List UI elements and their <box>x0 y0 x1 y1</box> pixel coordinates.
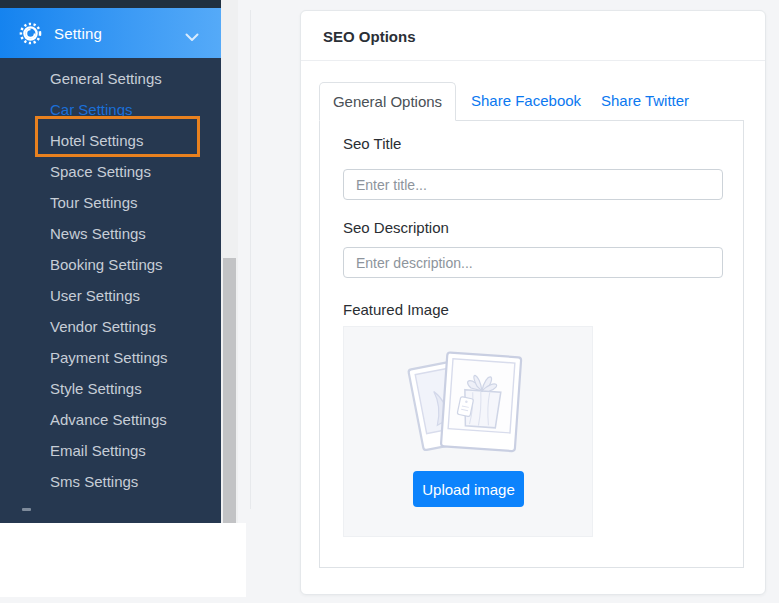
sidebar-item-vendor-settings[interactable]: Vendor Settings <box>0 311 221 342</box>
sidebar-item-user-settings[interactable]: User Settings <box>0 280 221 311</box>
seo-description-input[interactable] <box>343 247 723 278</box>
sidebar-item-space-settings[interactable]: Space Settings <box>0 156 221 187</box>
sidebar-item-tour-settings[interactable]: Tour Settings <box>0 187 221 218</box>
content-divider <box>250 10 251 509</box>
sidebar-item-car-settings[interactable]: Car Settings <box>0 94 221 125</box>
sidebar-top-strip <box>0 0 221 8</box>
featured-image-panel: Upload image <box>343 326 593 537</box>
sidebar-menu: General Settings Car Settings Hotel Sett… <box>0 63 221 497</box>
page-title: SEO Options <box>323 28 416 45</box>
seo-title-input[interactable] <box>343 169 723 200</box>
tab-share-twitter[interactable]: Share Twitter <box>601 82 689 121</box>
sidebar-item-payment-settings[interactable]: Payment Settings <box>0 342 221 373</box>
upload-image-button[interactable]: Upload image <box>413 471 524 507</box>
collapse-dash <box>22 508 31 511</box>
sidebar-header-setting[interactable]: Setting <box>0 8 221 58</box>
featured-image-label: Featured Image <box>343 301 449 318</box>
sidebar-item-hotel-settings[interactable]: Hotel Settings <box>0 125 221 156</box>
chevron-down-icon <box>185 28 199 46</box>
general-options-tab-panel: Seo Title Seo Description Featured Image <box>319 120 744 568</box>
sidebar-item-general-settings[interactable]: General Settings <box>0 63 221 94</box>
sidebar-scrollbar-thumb[interactable] <box>223 258 236 523</box>
sidebar-scrollbar-track[interactable] <box>221 0 238 523</box>
tab-general-options[interactable]: General Options <box>319 82 456 121</box>
sidebar-item-booking-settings[interactable]: Booking Settings <box>0 249 221 280</box>
sidebar-item-email-settings[interactable]: Email Settings <box>0 435 221 466</box>
settings-sidebar: Setting General Settings Car Settings Ho… <box>0 0 221 523</box>
card-header: SEO Options <box>301 11 765 61</box>
sidebar-item-sms-settings[interactable]: Sms Settings <box>0 466 221 497</box>
sidebar-header-label: Setting <box>54 25 102 42</box>
image-placeholder-icon <box>402 347 534 463</box>
seo-title-label: Seo Title <box>343 135 401 152</box>
tab-share-facebook[interactable]: Share Facebook <box>471 82 581 121</box>
seo-options-card: SEO Options General Options Share Facebo… <box>300 10 766 595</box>
sidebar-item-advance-settings[interactable]: Advance Settings <box>0 404 221 435</box>
sidebar-item-style-settings[interactable]: Style Settings <box>0 373 221 404</box>
sidebar-item-news-settings[interactable]: News Settings <box>0 218 221 249</box>
gear-icon <box>18 21 42 45</box>
app-window: Setting General Settings Car Settings Ho… <box>0 0 779 603</box>
seo-description-label: Seo Description <box>343 219 449 236</box>
background-block <box>0 523 246 597</box>
